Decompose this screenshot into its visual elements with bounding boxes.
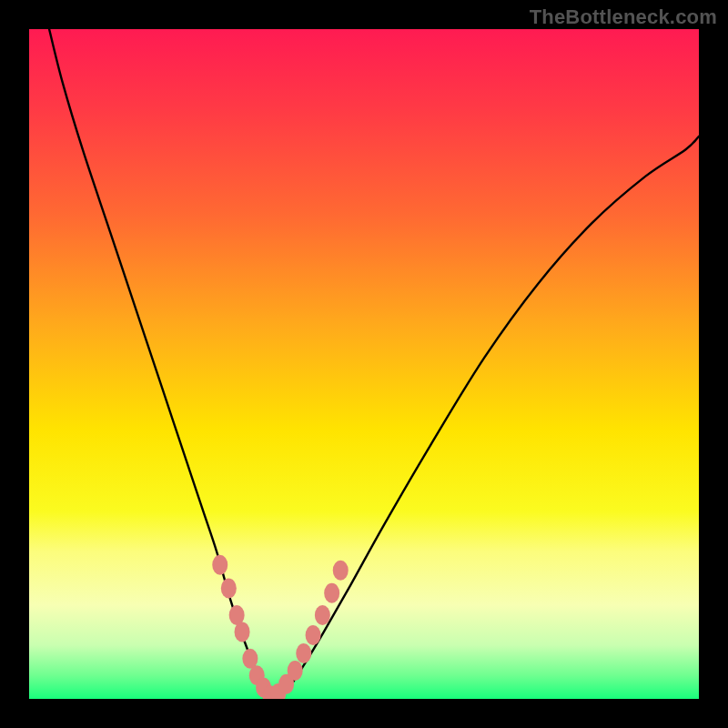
gradient-background bbox=[29, 29, 699, 699]
chart-svg bbox=[29, 29, 699, 699]
marker-dot bbox=[324, 583, 339, 603]
marker-dot bbox=[288, 661, 303, 681]
marker-dot bbox=[296, 643, 311, 663]
marker-dot bbox=[212, 555, 228, 575]
chart-frame: TheBottleneck.com bbox=[0, 0, 728, 728]
watermark-label: TheBottleneck.com bbox=[530, 5, 717, 29]
plot-area bbox=[29, 29, 699, 699]
marker-dot bbox=[306, 625, 321, 645]
marker-dot bbox=[235, 622, 250, 642]
marker-dot bbox=[333, 561, 349, 581]
marker-dot bbox=[315, 605, 330, 625]
marker-dot bbox=[221, 579, 237, 599]
